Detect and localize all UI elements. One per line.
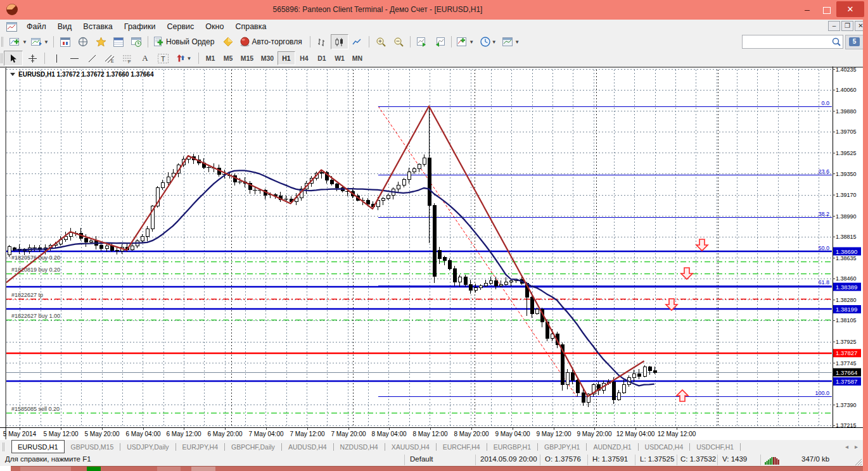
doc-restore-button[interactable]: ❐ xyxy=(841,21,853,31)
cursor-button[interactable] xyxy=(4,51,23,66)
status-profile[interactable]: Default xyxy=(410,455,433,463)
mql5-community-button[interactable]: 5 xyxy=(845,35,864,49)
text-tool-button[interactable]: A xyxy=(136,51,154,66)
templates-button[interactable]: ▼ xyxy=(500,34,523,49)
search-input[interactable] xyxy=(743,36,831,47)
close-button[interactable]: ✕ xyxy=(836,1,864,17)
terminal-button[interactable] xyxy=(110,34,127,49)
taskbar-app-2[interactable] xyxy=(87,467,101,471)
indicators-button[interactable]: ▼ xyxy=(454,34,477,49)
price-tag-label: 1.37827 xyxy=(836,349,857,356)
tf-m15-button[interactable]: M15 xyxy=(237,51,257,65)
order-line-label: #1585085 sell 0.20 xyxy=(11,406,60,412)
search-icon[interactable] xyxy=(831,37,841,47)
order-line-label: #1822627 tp xyxy=(11,292,43,298)
chart-symbol-label: EURUSD,H1 1.37672 1.37672 1.37660 1.3766… xyxy=(18,71,154,78)
periods-button[interactable]: ▼ xyxy=(477,34,500,49)
tab-usdjpy-daily[interactable]: USDJPY,Daily xyxy=(120,443,175,451)
tabs-scroll-left[interactable]: ◂ xyxy=(845,443,848,450)
step-back-button[interactable] xyxy=(413,34,431,49)
windows-taskbar[interactable] xyxy=(0,467,868,471)
y-axis-label: 1.39880 xyxy=(836,108,857,115)
y-axis-label: 1.40235 xyxy=(836,66,857,73)
x-axis-label: 9 May 04:00 xyxy=(495,430,530,437)
bar-chart-button[interactable] xyxy=(313,34,331,49)
x-axis-label: 5 May 20:00 xyxy=(84,430,119,437)
price-tag-label: 1.38690 xyxy=(836,248,857,255)
taskbar-app-1[interactable] xyxy=(20,467,71,471)
trendline-tool-button[interactable] xyxy=(83,51,101,66)
taskbar-app-3[interactable] xyxy=(157,467,181,471)
tab-eurgbp-h1[interactable]: EURGBP,H1 xyxy=(487,443,537,451)
chart-area[interactable]: 0.023.638.250.061.8100.0#1820576 buy 0.2… xyxy=(0,66,863,439)
tab-gbpjpy-h1[interactable]: GBPJPY,H1 xyxy=(538,443,586,451)
mql5-icon: 5 xyxy=(849,37,860,46)
y-axis-label: 1.38460 xyxy=(836,275,857,282)
price-tag-label: 1.38199 xyxy=(836,306,857,313)
tab-gbpchf-daily[interactable]: GBPCHF,Daily xyxy=(225,443,281,451)
data-window-button[interactable] xyxy=(74,34,92,49)
tab-gbpusd-m15[interactable]: GBPUSD,M15 xyxy=(65,443,120,451)
tab-eurjpy-h4[interactable]: EURJPY,H4 xyxy=(176,443,224,451)
fibonacci-tool-button[interactable]: F xyxy=(118,51,136,66)
tf-h4-button[interactable]: H4 xyxy=(295,51,313,65)
menu-insert[interactable]: Вставка xyxy=(77,22,118,31)
price-tag-label: 1.37664 xyxy=(836,369,857,376)
tab-audusd-h4[interactable]: AUDUSD,H4 xyxy=(282,443,333,451)
tab-audnzd-h1[interactable]: AUDNZD,H1 xyxy=(587,443,637,451)
menu-file[interactable]: Файл xyxy=(21,22,52,31)
x-axis-label: 8 May 20:00 xyxy=(454,430,488,437)
arrows-tool-button[interactable]: ▼ xyxy=(172,51,196,66)
auto-trading-button[interactable]: Авто-торговля xyxy=(237,34,307,49)
menu-window[interactable]: Окно xyxy=(200,22,229,31)
new-chart-button[interactable]: ▼ xyxy=(8,34,29,49)
toolbar-grip-2[interactable] xyxy=(1,53,3,63)
tab-nzdusd-h4[interactable]: NZDUSD,H4 xyxy=(334,443,385,451)
channel-tool-button[interactable]: E xyxy=(101,51,118,66)
tabs-grip[interactable] xyxy=(3,443,8,451)
tf-mn-button[interactable]: MN xyxy=(348,51,366,65)
minimize-button[interactable]: – xyxy=(800,4,815,15)
tab-usdcad-h4[interactable]: USDCAD,H4 xyxy=(639,443,690,451)
vline-tool-button[interactable] xyxy=(48,51,65,66)
candle-chart-button[interactable] xyxy=(331,34,348,49)
profiles-button[interactable]: ▼ xyxy=(29,34,51,49)
menu-help[interactable]: Справка xyxy=(229,22,272,31)
hline-tool-button[interactable] xyxy=(65,51,83,66)
new-order-button[interactable]: Новый Ордер xyxy=(151,34,219,49)
market-watch-button[interactable] xyxy=(56,34,74,49)
tf-d1-button[interactable]: D1 xyxy=(313,51,331,65)
toolbar-grip[interactable] xyxy=(1,37,6,47)
tf-m1-button[interactable]: M1 xyxy=(201,51,219,65)
x-axis-label: 8 May 04:00 xyxy=(371,430,406,437)
tf-w1-button[interactable]: W1 xyxy=(331,51,348,65)
tab-eurchf-h4[interactable]: EURCHF,H4 xyxy=(437,443,487,451)
plot-layer: 0.023.638.250.061.8100.0#1820576 buy 0.2… xyxy=(6,66,832,427)
strategy-tester-button[interactable] xyxy=(127,34,145,49)
menu-service[interactable]: Сервис xyxy=(162,22,200,31)
chart-canvas[interactable]: 0.023.638.250.061.8100.0#1820576 buy 0.2… xyxy=(0,66,863,439)
x-axis-label: 8 May 12:00 xyxy=(412,430,447,437)
crosshair-button[interactable] xyxy=(23,51,42,66)
resize-grip[interactable] xyxy=(854,458,862,466)
navigator-button[interactable] xyxy=(92,34,110,49)
maximize-button[interactable] xyxy=(823,7,831,14)
metaeditor-button[interactable] xyxy=(219,34,237,49)
menu-charts[interactable]: Графики xyxy=(118,22,162,31)
zoom-out-button[interactable] xyxy=(390,34,407,49)
text-label-tool-button[interactable]: T xyxy=(154,51,172,66)
tab-usdchf-h1[interactable]: USDCHF,H1 xyxy=(690,443,740,451)
tabs-scroll-right[interactable]: ▸ xyxy=(855,443,858,450)
zoom-in-button[interactable] xyxy=(372,34,390,49)
order-line-label: #1822627 buy 1.00 xyxy=(11,313,60,319)
step-forward-button[interactable] xyxy=(431,34,449,49)
tab-xauusd-h4[interactable]: XAUUSD,H4 xyxy=(385,443,436,451)
tf-m30-button[interactable]: M30 xyxy=(257,51,278,65)
doc-minimize-button[interactable]: – xyxy=(828,21,840,31)
tf-h1-button[interactable]: H1 xyxy=(278,51,295,65)
tab-eurusd-h1[interactable]: EURUSD,H1 xyxy=(11,440,65,453)
taskbar-app-4[interactable] xyxy=(191,467,215,471)
tf-m5-button[interactable]: M5 xyxy=(219,51,237,65)
menu-view[interactable]: Вид xyxy=(52,22,78,31)
line-chart-button[interactable] xyxy=(348,34,366,49)
